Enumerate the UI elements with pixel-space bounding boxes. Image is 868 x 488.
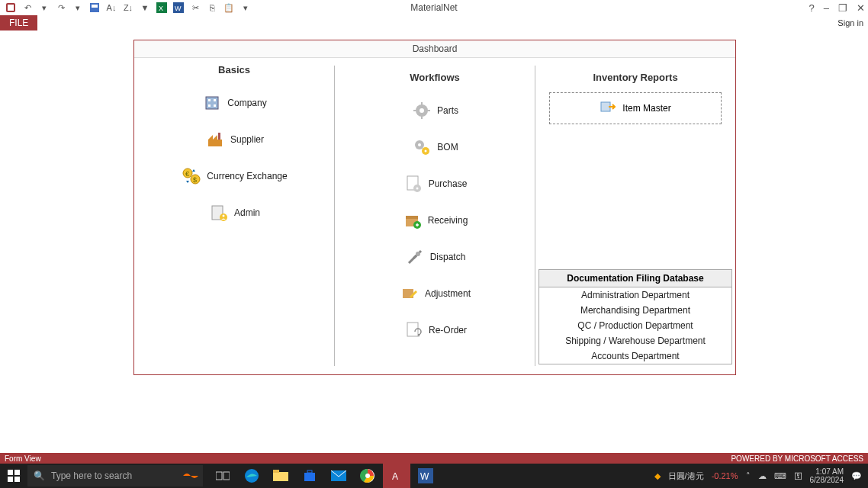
save-icon[interactable]: [88, 2, 101, 14]
svg-point-25: [420, 108, 424, 113]
taskbar-clock[interactable]: 1:07 AM 6/28/2024: [810, 467, 844, 484]
workflows-heading: Workflows: [335, 72, 535, 83]
undo-icon[interactable]: ↶: [21, 2, 34, 14]
admin-button[interactable]: Admin: [134, 194, 334, 231]
svg-text:€: €: [185, 170, 189, 178]
word-taskbar-icon[interactable]: W: [412, 464, 439, 488]
notifications-icon[interactable]: 💬: [851, 471, 862, 481]
word-icon[interactable]: W: [172, 2, 185, 14]
tools-icon: [404, 246, 426, 268]
svg-rect-11: [208, 104, 211, 107]
column-basics: Basics Company Supplier €$ Currency Exch…: [134, 58, 334, 374]
svg-rect-3: [92, 5, 98, 8]
adjustment-label: Adjustment: [425, 288, 471, 299]
sort-asc-icon[interactable]: A↓: [105, 2, 117, 14]
svg-rect-38: [406, 216, 418, 219]
ribbon-row: FILE Sign in: [0, 15, 868, 30]
tray-onedrive-icon[interactable]: ☁: [758, 471, 767, 481]
svg-rect-16: [218, 133, 220, 140]
svg-point-36: [416, 188, 418, 190]
access-icon[interactable]: A: [383, 464, 410, 488]
admin-label: Admin: [234, 207, 260, 218]
company-button[interactable]: Company: [134, 85, 334, 121]
tray-wifi-icon[interactable]: ⚿: [794, 471, 802, 480]
bom-label: BOM: [437, 142, 458, 152]
currency-label: Currency Exchange: [207, 171, 287, 181]
receiving-button[interactable]: Receiving: [335, 202, 535, 239]
filing-item-merch[interactable]: Merchandising Department: [539, 303, 731, 318]
parts-button[interactable]: Parts: [335, 92, 535, 129]
dispatch-button[interactable]: Dispatch: [335, 239, 535, 275]
svg-rect-29: [427, 110, 430, 111]
status-bar: Form View POWERED BY MICROSOFT ACCESS: [0, 453, 868, 464]
filing-item-qc[interactable]: QC / Production Department: [539, 318, 731, 333]
filing-header: Documentation Filing Database: [539, 270, 731, 287]
bom-button[interactable]: BOM: [335, 129, 535, 165]
close-button[interactable]: ✕: [857, 2, 865, 14]
building-icon: [201, 92, 223, 114]
qat-sep: ▾: [38, 2, 50, 14]
filing-item-accounts[interactable]: Accounts Department: [539, 348, 731, 364]
supplier-label: Supplier: [230, 134, 264, 145]
tray-chevron-icon[interactable]: ˄: [746, 471, 751, 481]
excel-icon[interactable]: X: [156, 2, 168, 14]
help-button[interactable]: ?: [809, 2, 815, 14]
edge-icon[interactable]: [238, 464, 265, 488]
search-icon: 🔍: [34, 470, 45, 481]
copy-icon[interactable]: ⎘: [206, 2, 218, 14]
title-bar: ↶ ▾ ↷ ▾ A↓ Z↓ ▼ X W ✂ ⎘ 📋 ▾ MaterialNet …: [0, 0, 868, 15]
svg-text:X: X: [159, 5, 163, 12]
svg-rect-55: [307, 470, 312, 473]
chrome-icon[interactable]: [354, 464, 381, 488]
svg-rect-52: [273, 472, 288, 481]
svg-rect-27: [421, 116, 423, 119]
supplier-button[interactable]: Supplier: [134, 121, 334, 158]
purchase-button[interactable]: Purchase: [335, 165, 535, 202]
filing-item-admin[interactable]: Administration Department: [539, 287, 731, 303]
work-area: Dashboard Basics Company Supplier €$ Cur…: [0, 30, 868, 453]
tray-input-icon[interactable]: ⌨: [774, 471, 786, 481]
svg-rect-46: [14, 470, 20, 475]
dashboard-form: Dashboard Basics Company Supplier €$ Cur…: [133, 40, 736, 375]
item-master-button[interactable]: Item Master: [549, 92, 722, 124]
factory-icon: [204, 129, 226, 150]
sign-in-link[interactable]: Sign in: [837, 18, 868, 27]
explorer-icon[interactable]: [267, 464, 294, 488]
sort-desc-icon[interactable]: Z↓: [122, 2, 134, 14]
document-refresh-icon: [403, 319, 424, 341]
mail-icon[interactable]: [325, 464, 352, 488]
tray-text: 日圓/港元: [668, 470, 704, 482]
svg-rect-28: [413, 110, 416, 111]
svg-text:W: W: [420, 471, 429, 482]
item-master-label: Item Master: [622, 103, 670, 114]
admin-icon: [208, 202, 230, 223]
task-view-icon[interactable]: [209, 464, 236, 488]
currency-button[interactable]: €$ Currency Exchange: [134, 158, 334, 194]
search-flame-icon: [183, 470, 198, 482]
restore-button[interactable]: ❐: [838, 2, 847, 14]
parts-label: Parts: [437, 105, 458, 116]
file-tab[interactable]: FILE: [0, 15, 37, 30]
filter-icon[interactable]: ▼: [139, 2, 151, 14]
redo-icon[interactable]: ↷: [55, 2, 67, 14]
minimize-button[interactable]: –: [824, 2, 829, 14]
start-button[interactable]: [0, 464, 27, 488]
currency-icon: €$: [181, 165, 202, 187]
paste-icon[interactable]: 📋: [223, 2, 235, 14]
cut-icon[interactable]: ✂: [189, 2, 201, 14]
tray-market-icon[interactable]: ◆: [654, 471, 661, 481]
svg-rect-50: [223, 472, 230, 480]
svg-marker-15: [213, 135, 217, 140]
qat-more-icon[interactable]: ▾: [240, 2, 252, 14]
adjustment-button[interactable]: Adjustment: [335, 275, 535, 312]
clock-time: 1:07 AM: [810, 467, 844, 476]
reorder-button[interactable]: Re-Order: [335, 312, 535, 348]
store-icon[interactable]: [296, 464, 323, 488]
gears-icon: [411, 136, 432, 158]
svg-rect-9: [208, 99, 211, 101]
svg-rect-8: [206, 97, 218, 109]
svg-point-59: [365, 474, 370, 478]
taskbar: 🔍 Type here to search A W ◆ 日圓/港元 -0.21%…: [0, 464, 868, 488]
taskbar-search[interactable]: 🔍 Type here to search: [27, 465, 203, 486]
filing-item-shipping[interactable]: Shipping / Warehouse Department: [539, 333, 731, 348]
